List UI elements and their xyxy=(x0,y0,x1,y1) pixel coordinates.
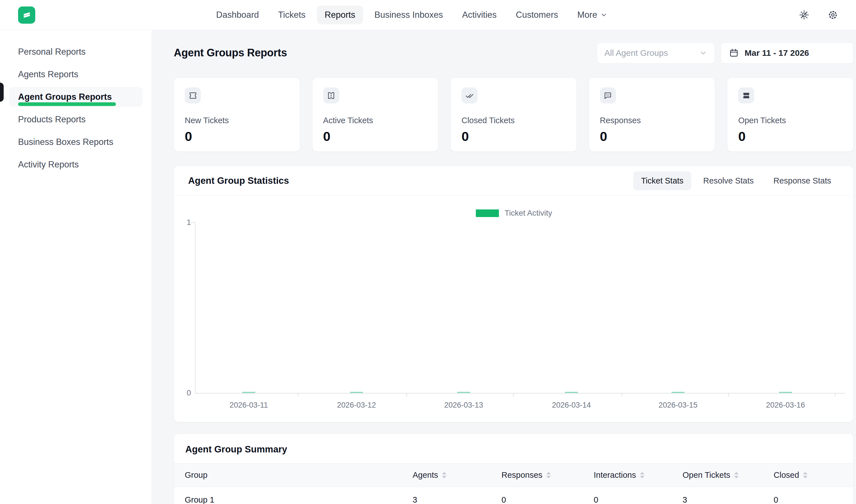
legend-swatch xyxy=(476,210,499,217)
main-content: Agent Groups Reports All Agent Groups Ma… xyxy=(152,30,856,504)
column-label: Closed xyxy=(774,470,799,480)
column-header-agents[interactable]: Agents xyxy=(413,470,502,480)
x-axis-category-label: 2026-03-16 xyxy=(766,401,805,410)
main-nav: Dashboard Tickets Reports Business Inbox… xyxy=(208,0,615,30)
cell-group: Group 1 xyxy=(185,495,413,504)
tab-response-stats[interactable]: Response Stats xyxy=(766,172,839,190)
sort-arrows-icon xyxy=(734,472,739,478)
nav-more-label: More xyxy=(577,10,597,20)
bar-2026-03-12 xyxy=(350,392,363,393)
ticket-filled-icon xyxy=(742,91,751,100)
stat-chip xyxy=(461,87,477,104)
stat-chip xyxy=(600,87,616,104)
date-range-picker[interactable]: Mar 11 - 17 2026 xyxy=(721,42,854,64)
cell-interactions: 0 xyxy=(594,495,683,504)
stat-card-active-tickets: Active Tickets 0 xyxy=(312,77,439,152)
nav-item-business-inboxes[interactable]: Business Inboxes xyxy=(367,6,451,24)
sidebar-item-activity-reports[interactable]: Activity Reports xyxy=(0,154,152,176)
nav-item-more[interactable]: More xyxy=(570,6,615,24)
tab-ticket-stats[interactable]: Ticket Stats xyxy=(633,172,691,190)
chevron-down-icon xyxy=(699,49,707,57)
y-axis-tick-label-1: 1 xyxy=(187,218,191,227)
sidebar-active-label: Agent Groups Reports xyxy=(18,92,112,102)
chat-bubble-icon xyxy=(603,91,612,100)
stat-label: Responses xyxy=(600,116,704,125)
agent-group-filter-select[interactable]: All Agent Groups xyxy=(597,42,715,64)
chart-legend[interactable]: Ticket Activity xyxy=(476,209,552,218)
x-axis-tick xyxy=(298,394,298,397)
bar-2026-03-16 xyxy=(779,392,792,393)
statistics-tabs: Ticket Stats Resolve Stats Response Stat… xyxy=(633,172,839,190)
agent-group-statistics-panel: Agent Group Statistics Ticket Stats Reso… xyxy=(174,166,854,422)
stat-card-closed-tickets: Closed Tickets 0 xyxy=(450,77,577,152)
ticket-activity-chart: Ticket Activity 1 0 2026-03- xyxy=(174,196,853,422)
x-axis-tick xyxy=(835,394,835,397)
x-axis-category-label: 2026-03-14 xyxy=(552,401,591,410)
settings-button[interactable] xyxy=(827,9,839,21)
nav-item-reports[interactable]: Reports xyxy=(317,6,363,24)
bar-2026-03-11 xyxy=(242,392,255,393)
page-title: Agent Groups Reports xyxy=(174,47,287,59)
y-axis-line xyxy=(195,222,195,393)
legend-label: Ticket Activity xyxy=(505,209,552,218)
stat-chip xyxy=(323,87,339,104)
cell-closed: 0 xyxy=(774,495,853,504)
sidebar-item-agents-reports[interactable]: Agents Reports xyxy=(0,63,152,86)
calendar-icon xyxy=(729,48,739,58)
sidebar-list: Personal Reports Agents Reports Agent Gr… xyxy=(0,30,152,176)
bar-2026-03-15 xyxy=(671,392,684,393)
stat-cards-row: New Tickets 0 Active Tickets 0 xyxy=(174,77,854,152)
sun-slash-icon xyxy=(799,9,810,21)
sort-arrows-icon xyxy=(442,472,447,478)
stat-value: 0 xyxy=(185,128,289,144)
agent-group-summary-panel: Agent Group Summary Group Agents Respons… xyxy=(174,434,854,504)
reports-sidebar: Personal Reports Agents Reports Agent Gr… xyxy=(0,30,152,504)
nav-item-customers[interactable]: Customers xyxy=(508,6,566,24)
stat-chip xyxy=(738,87,754,104)
bar-2026-03-14 xyxy=(565,392,578,393)
top-bar: Dashboard Tickets Reports Business Inbox… xyxy=(0,0,856,30)
ticket-icon xyxy=(188,91,197,100)
agent-group-filter-value: All Agent Groups xyxy=(605,48,668,58)
table-row[interactable]: Group 1 3 0 0 3 0 xyxy=(174,487,853,504)
column-label: Open Tickets xyxy=(683,470,730,480)
x-axis-tick xyxy=(513,394,513,397)
double-check-icon xyxy=(465,91,474,100)
logo-glyph-icon xyxy=(21,9,32,21)
column-header-responses[interactable]: Responses xyxy=(502,470,594,480)
stat-value: 0 xyxy=(738,128,842,144)
ticket-stub-icon xyxy=(327,91,336,100)
page-header: Agent Groups Reports All Agent Groups Ma… xyxy=(174,42,854,64)
column-label: Group xyxy=(185,470,208,480)
nav-item-tickets[interactable]: Tickets xyxy=(270,6,313,24)
nav-item-activities[interactable]: Activities xyxy=(455,6,504,24)
stat-label: Active Tickets xyxy=(323,116,427,125)
top-actions xyxy=(799,9,839,21)
column-header-closed[interactable]: Closed xyxy=(774,470,853,480)
column-header-open-tickets[interactable]: Open Tickets xyxy=(683,470,774,480)
stat-card-open-tickets: Open Tickets 0 xyxy=(727,77,854,152)
tab-resolve-stats[interactable]: Resolve Stats xyxy=(695,172,762,190)
sort-arrows-icon xyxy=(546,472,551,478)
chevron-down-icon xyxy=(600,11,607,19)
column-label: Agents xyxy=(413,470,438,480)
x-axis-category-label: 2026-03-12 xyxy=(337,401,376,410)
sidebar-item-personal-reports[interactable]: Personal Reports xyxy=(0,41,152,63)
date-range-value: Mar 11 - 17 2026 xyxy=(745,48,809,58)
stat-card-new-tickets: New Tickets 0 xyxy=(174,77,300,152)
app-logo[interactable] xyxy=(18,6,35,24)
sidebar-item-products-reports[interactable]: Products Reports xyxy=(0,108,152,131)
theme-toggle-button[interactable] xyxy=(799,9,810,21)
sidebar-item-business-boxes-reports[interactable]: Business Boxes Reports xyxy=(0,131,152,154)
sidebar-item-agent-groups-reports[interactable]: Agent Groups Reports xyxy=(9,87,143,107)
cell-responses: 0 xyxy=(502,495,594,504)
sort-arrows-icon xyxy=(803,472,807,478)
sort-arrows-icon xyxy=(640,472,645,478)
x-axis-line xyxy=(195,393,845,394)
active-edge-indicator xyxy=(0,83,4,102)
y-axis-tick-label-0: 0 xyxy=(187,389,191,397)
column-header-interactions[interactable]: Interactions xyxy=(594,470,683,480)
cell-open-tickets: 3 xyxy=(683,495,774,504)
column-label: Responses xyxy=(502,470,542,480)
nav-item-dashboard[interactable]: Dashboard xyxy=(208,6,266,24)
